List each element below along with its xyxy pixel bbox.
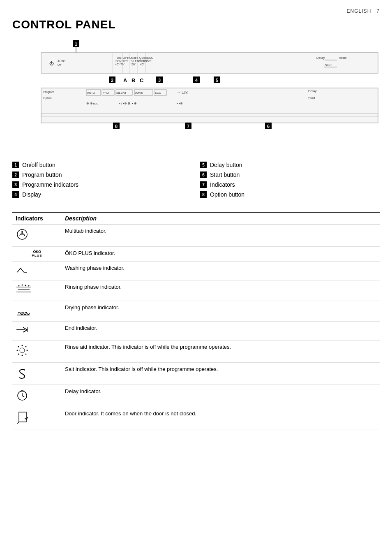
svg-point-85 <box>18 346 19 347</box>
svg-text:Delay: Delay <box>308 89 316 93</box>
table-row: Rinse aid indicator. This indicator is o… <box>12 340 380 362</box>
legend-item-6: 6 Start button <box>200 170 380 180</box>
indicator-desc-rinse-aid: Rinse aid indicator. This indicator is o… <box>62 340 380 362</box>
table-row: Salt indicator. This indicator is off wh… <box>12 362 380 385</box>
svg-point-68 <box>21 231 23 233</box>
svg-text:Off: Off <box>58 63 61 66</box>
svg-text:SILENT: SILENT <box>116 91 127 94</box>
svg-point-74 <box>22 284 23 285</box>
table-row: End indicator. <box>12 321 380 340</box>
page-title: CONTROL PANEL <box>12 18 380 31</box>
svg-text:C: C <box>140 77 144 83</box>
svg-text:45°-70°: 45°-70° <box>115 63 125 66</box>
indicator-desc-delay: Delay indicator. <box>62 385 380 407</box>
svg-text:5: 5 <box>216 78 218 83</box>
svg-text:30MIN: 30MIN <box>138 60 147 63</box>
svg-text:PRO: PRO <box>103 91 109 94</box>
legend-item-2: 2 Program button <box>12 170 192 180</box>
svg-text:• •⊛: • •⊛ <box>177 102 183 105</box>
svg-line-93 <box>17 422 19 424</box>
panel-svg: 1 ⏻ AUTO Off AUTO SENSE 45°-70° PRO 70° … <box>37 39 376 160</box>
indicator-icon-wash <box>12 261 62 280</box>
svg-point-88 <box>25 353 27 354</box>
svg-text:• / •⊙ ⊞ • ⊕: • / •⊙ ⊞ • ⊕ <box>119 102 137 105</box>
svg-line-91 <box>22 396 24 397</box>
indicator-desc-end: End indicator. <box>62 321 380 340</box>
indicator-icon-rinse-aid <box>12 340 62 362</box>
table-row: Multitab indicator. <box>12 225 380 247</box>
indicator-desc-dry: Drying phase indicator. <box>62 301 380 321</box>
indicator-desc-wash: Washing phase indicator. <box>62 261 380 280</box>
indicator-icon-salt <box>12 362 62 385</box>
svg-text:50°: 50° <box>147 60 152 63</box>
legend-item-3: 3 Programme indicators <box>12 180 192 190</box>
indicator-desc-salt: Salt indicator. This indicator is off wh… <box>62 362 380 385</box>
svg-text:50°: 50° <box>131 63 136 66</box>
svg-text:AUTO: AUTO <box>117 56 125 59</box>
svg-rect-3 <box>41 53 378 73</box>
svg-text:70°: 70° <box>124 60 129 63</box>
legend-item-7: 7 Indicators <box>200 180 380 190</box>
legend-item-8: 8 Option button <box>200 190 380 199</box>
header-language: ENGLISH 7 <box>12 8 380 14</box>
col-description-header: Description <box>62 212 380 225</box>
svg-point-75 <box>25 285 26 286</box>
svg-text:30MIN: 30MIN <box>135 91 143 94</box>
table-row: Delay indicator. <box>12 385 380 407</box>
svg-text:6: 6 <box>267 124 270 129</box>
svg-text:Start: Start <box>325 63 332 67</box>
svg-text:→ ☐☉: → ☐☉ <box>177 90 188 95</box>
table-row: Washing phase indicator. <box>12 261 380 280</box>
indicator-desc-oko: ÖKO PLUS indicator. <box>62 247 380 262</box>
legend-item-1: 1 On/off button <box>12 160 192 170</box>
svg-point-80 <box>20 348 25 353</box>
indicator-icon-oko: ÖKO PLUS <box>12 247 62 262</box>
svg-text:⏻: ⏻ <box>49 61 54 66</box>
svg-text:2: 2 <box>111 78 113 83</box>
legend-section: 1 On/off button 2 Program button 3 Progr… <box>12 160 380 199</box>
table-row: Door indicator. It comes on when the doo… <box>12 407 380 429</box>
svg-text:ECO: ECO <box>155 91 161 94</box>
indicator-icon-rinse <box>12 280 62 301</box>
svg-point-81 <box>22 345 23 346</box>
indicator-icon-door <box>12 407 62 429</box>
table-row: ÖKO PLUS ÖKO PLUS indicator. <box>12 247 380 262</box>
svg-text:AUTO: AUTO <box>58 60 66 63</box>
indicator-icon-dry <box>12 301 62 321</box>
svg-text:1: 1 <box>75 42 77 46</box>
svg-point-84 <box>27 350 28 351</box>
indicator-icon-delay <box>12 385 62 407</box>
svg-text:PRO: PRO <box>125 56 132 59</box>
svg-point-82 <box>22 354 23 356</box>
svg-point-87 <box>18 353 19 354</box>
svg-text:Delay: Delay <box>316 56 325 60</box>
svg-text:Program: Program <box>43 90 54 94</box>
svg-text:B: B <box>131 77 135 83</box>
col-indicators-header: Indicators <box>12 212 62 225</box>
svg-text:Quick: Quick <box>139 56 147 60</box>
svg-text:8: 8 <box>115 124 118 129</box>
svg-point-83 <box>17 350 18 351</box>
indicator-desc-multitab: Multitab indicator. <box>62 225 380 247</box>
svg-text:Option: Option <box>43 97 52 100</box>
legend-item-4: 4 Display <box>12 190 192 199</box>
svg-text:Start: Start <box>308 96 316 100</box>
svg-point-76 <box>28 285 30 286</box>
table-row: Rinsing phase indicator. <box>12 280 380 301</box>
indicator-icon-multitab <box>12 225 62 247</box>
control-panel-diagram: 1 ⏻ AUTO Off AUTO SENSE 45°-70° PRO 70° … <box>12 39 380 199</box>
svg-rect-92 <box>19 412 26 422</box>
svg-text:Reset: Reset <box>339 56 346 59</box>
svg-text:3: 3 <box>158 78 161 83</box>
indicator-desc-door: Door indicator. It comes on when the doo… <box>62 407 380 429</box>
svg-text:40°: 40° <box>140 63 145 66</box>
svg-text:⊛ ⊛eco: ⊛ ⊛eco <box>86 102 99 105</box>
table-row: Drying phase indicator. <box>12 301 380 321</box>
svg-text:7: 7 <box>187 124 189 129</box>
svg-point-73 <box>18 285 20 286</box>
svg-text:ECO: ECO <box>147 56 154 59</box>
indicators-table: Indicators Description Multitab indicato… <box>12 212 380 429</box>
legend-item-5: 5 Delay button <box>200 160 380 170</box>
svg-text:4: 4 <box>195 78 198 83</box>
svg-point-86 <box>25 346 27 347</box>
